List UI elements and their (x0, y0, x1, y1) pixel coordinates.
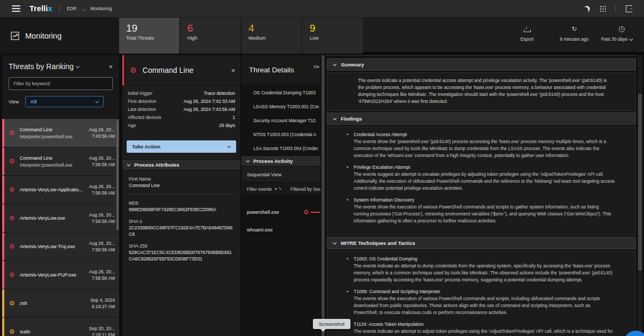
hamburger-menu-icon[interactable] (12, 5, 20, 12)
technique-item[interactable]: OS Credential Dumping T1003 (241, 86, 320, 100)
export-button[interactable]: ↓ Export (514, 25, 540, 42)
threat-list-item[interactable]: ⚙ Artemis-VeryLow-Troj.exe Aug 26, 20...… (2, 233, 119, 260)
chevron-down-icon (127, 162, 130, 166)
threat-subtitle: Interpreter:powershell.exe (20, 162, 72, 168)
threat-name: Artemis-VeryLow-Troj.exe (20, 244, 75, 249)
low-count: 9 (310, 23, 363, 34)
severity-bar (2, 233, 4, 260)
field-label: First detection (128, 99, 156, 105)
summary-text: The events indicate a potential credenti… (327, 72, 636, 111)
chevron-down-icon[interactable] (76, 64, 80, 68)
sequential-view-tab[interactable]: Sequential View (241, 167, 320, 183)
technique-item[interactable]: LSA Secrets T1003.004 (Creder (241, 141, 320, 155)
severity-bar (2, 176, 4, 204)
process-node[interactable]: powershell.exe ⚙ (241, 203, 320, 221)
time-range-selector[interactable]: Past 30 days (601, 25, 642, 42)
analysis-scrollbar-thumb[interactable] (638, 94, 642, 271)
mitre-item-title: T1134: Access Token Manipulation (354, 321, 615, 328)
export-label: Export (514, 36, 540, 42)
high-count: 6 (187, 23, 240, 34)
technique-item[interactable]: NTDS T1003.003 (Credential A (241, 128, 320, 141)
tab-medium[interactable]: 4 Medium (241, 18, 302, 54)
total-threats-label: Total Threats (126, 35, 179, 41)
threat-gear-icon: ⚙ (9, 328, 15, 335)
threat-gear-icon: ⚙ (9, 243, 15, 250)
technique-item[interactable]: Security Account Manager T10 (241, 114, 320, 128)
finding-body: The events show the execution of various… (354, 204, 615, 225)
page-title: Monitoring (25, 32, 62, 40)
medium-label: Medium (248, 35, 302, 41)
collapse-panel-icon[interactable]: « (109, 63, 113, 70)
threat-summary-bar: Monitoring 19 Total Threats 6 High 4 Med… (0, 18, 644, 54)
process-node[interactable]: whoami.exe (241, 221, 320, 238)
trellix-logo[interactable]: Trellix (30, 4, 53, 13)
refresh-icon: ↻ (572, 25, 577, 33)
chevron-down-icon (96, 99, 99, 103)
mitre-item: T1059: Command and Scripting Interpreter… (347, 288, 615, 316)
field-value: 1 (232, 115, 235, 121)
threat-time: 7:56:58 AM (89, 161, 115, 168)
take-action-button[interactable]: Take Action (127, 140, 236, 153)
findings-content: Credential Access Attempt The events sho… (327, 126, 636, 235)
findings-section-header[interactable]: Findings (327, 113, 636, 125)
field-value: Trace detection (204, 91, 235, 97)
first-name-label: First Name (129, 176, 234, 182)
breadcrumb-app[interactable]: EDR (67, 6, 77, 11)
field-label: Initial trigger (128, 91, 152, 97)
dark-mode-icon[interactable] (584, 6, 590, 12)
clock-icon (619, 26, 625, 32)
threat-name: zsh (20, 301, 27, 306)
threat-list-item[interactable]: ⚙ Artemis-VeryLow-PUP.exe Aug 26, 20...7… (2, 261, 119, 289)
collapse-panel-icon[interactable]: « (231, 66, 235, 74)
process-attributes-header[interactable]: Process Attributes (122, 159, 240, 170)
app-grid-icon[interactable] (599, 5, 606, 12)
sha256-label: SHA-256 (129, 243, 234, 249)
threat-list-scrollbar[interactable] (116, 121, 119, 230)
process-attributes-title: Process Attributes (134, 162, 179, 168)
tab-high[interactable]: 6 High (180, 18, 240, 54)
summary-section-header[interactable]: Summary (327, 58, 636, 71)
threat-time: 6:19:27 AM (90, 303, 115, 310)
first-name-value: Command Line (129, 182, 234, 189)
field-label: Age (128, 123, 136, 129)
process-activity-title: Process Activity (253, 158, 293, 164)
threat-list-item[interactable]: ⚙ Artemis-VeryLow.exe Aug 26, 20...7:56:… (2, 204, 119, 232)
logout-icon[interactable] (626, 5, 632, 12)
refresh-button[interactable]: ↻ 9 minutes ago (555, 25, 593, 42)
threat-gear-icon: ⚙ (9, 300, 15, 307)
threat-list-item[interactable]: ⚙ Command Line Interpreter:powershell.ex… (2, 147, 119, 175)
threat-list-item[interactable]: ⚙ sudo Sep 20, 20...2:26:11 PM (2, 318, 119, 336)
threat-details-title: Threat Details (249, 66, 294, 74)
panel-scrollbar[interactable] (321, 55, 325, 336)
view-dropdown[interactable]: All (25, 96, 104, 107)
threat-name: sudo (20, 329, 31, 334)
top-navigation-bar: Trellix EDR → Monitoring (0, 0, 644, 18)
threat-details-header-truncated: De (314, 64, 319, 69)
tab-low[interactable]: 9 Low (303, 18, 363, 54)
threat-list-item[interactable]: ⚙ Artemis-VeryLow-Applicatio... Aug 26, … (2, 176, 119, 204)
process-activity-header[interactable]: Process Activity (241, 155, 320, 167)
sha1-value: 2C2330B00CC68F57FC192E4A7E7BA549467D66C8 (129, 225, 234, 237)
threat-time: 7:56:58 AM (89, 190, 115, 196)
severity-bar (2, 204, 4, 232)
finding-item: Credential Access Attempt The events sho… (347, 131, 615, 159)
sha256-value: 529CAC371EC5C4CEDB35BD076767936B9D561CA6… (129, 249, 234, 262)
threat-name: Artemis-VeryLow-PUP.exe (20, 272, 76, 278)
threat-list-item[interactable]: ⚙ Command Line Interpreter:powershell.ex… (2, 119, 119, 147)
threat-gear-icon: ⚙ (9, 129, 15, 137)
threat-gear-icon: ⚙ (130, 66, 137, 74)
view-dropdown-value: All (30, 99, 36, 104)
ranking-panel-title[interactable]: Threats by Ranking (9, 62, 74, 71)
threat-time: 7:43:56 AM (89, 133, 115, 139)
mitre-section-header[interactable]: MITRE Techniques and Tactics (327, 237, 636, 249)
threat-name: Artemis-VeryLow.exe (20, 215, 65, 221)
threat-list-item[interactable]: ⚙ zsh Sep 4, 20246:19:27 AM (2, 289, 119, 317)
tab-total-threats[interactable]: 19 Total Threats (119, 18, 179, 54)
threat-date: Aug 26, 20... (89, 212, 115, 218)
medium-count: 4 (248, 23, 302, 34)
filter-events-control[interactable]: Filter events ▼ Filtered by Seve (241, 183, 320, 196)
filter-keyword-input[interactable] (9, 77, 113, 90)
breadcrumb-page[interactable]: Monitoring (91, 6, 112, 11)
threat-date: Aug 26, 20... (89, 240, 115, 247)
technique-item[interactable]: LSASS Memory T1003.001 (Cre (241, 100, 320, 114)
